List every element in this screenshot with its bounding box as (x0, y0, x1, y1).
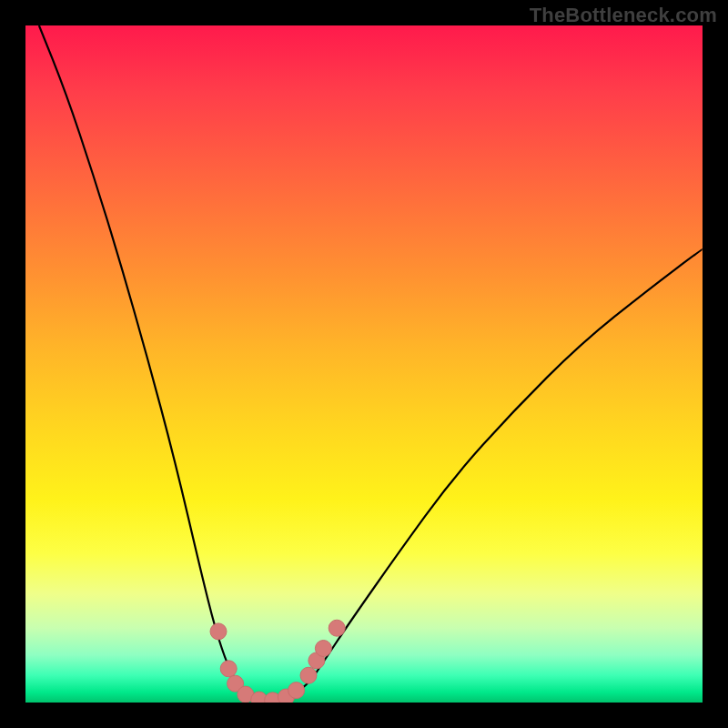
curve-marker (210, 623, 227, 640)
plot-area (25, 25, 703, 703)
curve-marker (329, 620, 345, 636)
curve-marker (315, 641, 331, 657)
bottleneck-curve (39, 25, 703, 702)
curve-markers (210, 620, 345, 703)
curve-layer (25, 25, 703, 703)
curve-marker (220, 661, 237, 677)
curve-marker (288, 682, 305, 699)
curve-marker (300, 667, 317, 683)
chart-frame: TheBottleneck.com (0, 0, 728, 728)
watermark-text: TheBottleneck.com (530, 4, 717, 27)
